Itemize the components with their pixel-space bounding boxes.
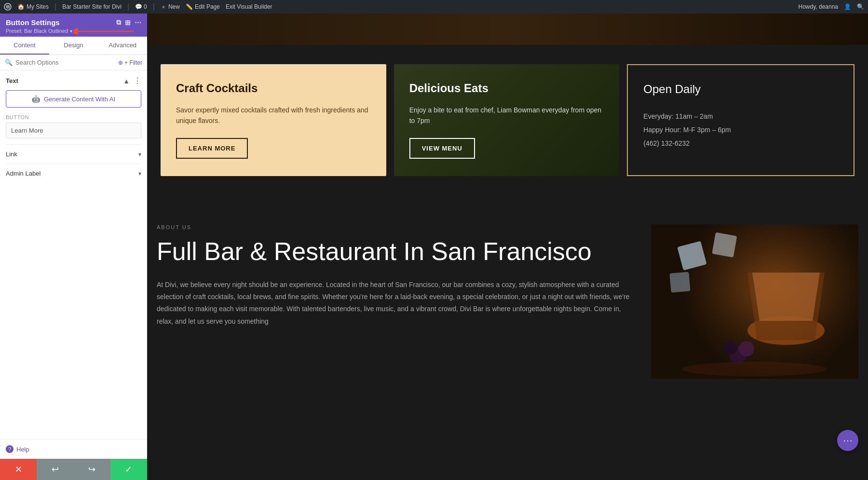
button-field-section: Button: [6, 114, 141, 138]
text-section-menu[interactable]: ⋮: [134, 76, 141, 85]
search-icon[interactable]: 🔍: [857, 3, 864, 10]
eats-card-content: Delicious Eats Enjoy a bite to eat from …: [409, 82, 604, 159]
new-button[interactable]: ＋ New: [161, 3, 180, 11]
hours-2: Happy Hour: M-F 3pm – 6pm: [643, 123, 838, 137]
button-text-input[interactable]: [6, 123, 141, 138]
admin-label-section: Admin Label ▾: [6, 164, 141, 177]
open-daily-card: Open Daily Everyday: 11am – 2am Happy Ho…: [627, 64, 854, 176]
link-section: Link ▾: [6, 144, 141, 158]
bottom-bar: ✕ ↩ ↪ ✓: [0, 459, 147, 480]
open-daily-info: Everyday: 11am – 2am Happy Hour: M-F 3pm…: [643, 110, 838, 150]
admin-label-title: Admin Label: [6, 170, 41, 177]
svg-point-12: [723, 340, 738, 355]
admin-label-header[interactable]: Admin Label ▾: [6, 170, 141, 177]
help-icon: ?: [6, 445, 14, 453]
cocktails-card-text: Savor expertly mixed cocktails crafted w…: [176, 105, 371, 126]
redo-button[interactable]: ↪: [74, 459, 110, 480]
cocktail-image: [651, 224, 858, 379]
search-icon: 🔍: [5, 59, 13, 66]
panel-title-row: Button Settings ⧉ ⊞ ⋯: [6, 18, 141, 27]
save-button[interactable]: ✓: [110, 459, 147, 480]
hours-1: Everyday: 11am – 2am: [643, 110, 838, 123]
comment-icon: 💬: [135, 3, 142, 10]
preset-label[interactable]: Preset: Bar Black Outlined ▾: [6, 28, 141, 34]
filter-icon: ⊕: [118, 59, 123, 66]
redo-icon: ↪: [88, 464, 95, 475]
howdy-label: Howdy, deanna: [799, 3, 839, 10]
admin-label-chevron-icon: ▾: [138, 170, 141, 177]
svg-rect-7: [712, 232, 737, 257]
cards-section: Craft Cocktails Savor expertly mixed coc…: [147, 45, 868, 195]
panel-header: Button Settings ⧉ ⊞ ⋯ Preset: Bar Black …: [0, 14, 147, 37]
phone: (462) 132-6232: [643, 137, 838, 150]
text-section-title: Text: [6, 77, 18, 84]
columns-icon[interactable]: ⊞: [125, 19, 131, 27]
admin-bar: W 🏠 My Sites | Bar Starter Site for Divi…: [0, 0, 868, 14]
sidebar-panel: Button Settings ⧉ ⊞ ⋯ Preset: Bar Black …: [0, 14, 147, 480]
text-section-collapse[interactable]: ▲: [123, 77, 130, 85]
duplicate-icon[interactable]: ⧉: [116, 18, 121, 27]
pencil-icon: ✏️: [186, 3, 193, 10]
site-name[interactable]: Bar Starter Site for Divi: [62, 3, 122, 10]
about-content: ABOUT US Full Bar & Restaurant In San Fr…: [157, 224, 632, 328]
eats-card: Delicious Eats Enjoy a bite to eat from …: [394, 64, 620, 176]
undo-icon: ↩: [52, 464, 59, 475]
text-section-header: Text ▲ ⋮: [6, 76, 141, 85]
filter-button[interactable]: ⊕ + Filter: [118, 59, 142, 66]
panel-title-text: Button Settings: [6, 18, 60, 27]
edit-page-button[interactable]: ✏️ Edit Page: [186, 3, 220, 10]
view-menu-button[interactable]: VIEW MENU: [409, 138, 475, 159]
panel-tabs: Content Design Advanced: [0, 37, 147, 55]
svg-rect-6: [677, 241, 706, 270]
comments-button[interactable]: 💬 0: [135, 3, 147, 10]
svg-point-9: [747, 316, 825, 345]
svg-point-13: [682, 362, 827, 376]
fab-icon: ⋯: [843, 435, 853, 446]
cocktails-card-title: Craft Cocktails: [176, 82, 371, 95]
svg-rect-5: [651, 224, 858, 379]
link-chevron-icon: ▾: [138, 151, 141, 158]
panel-content: Text ▲ ⋮ 🤖 Generate Content With AI Butt…: [0, 70, 147, 439]
save-icon: ✓: [125, 464, 132, 475]
admin-bar-right: Howdy, deanna 👤 🔍: [799, 3, 865, 10]
canvas: Craft Cocktails Savor expertly mixed coc…: [147, 14, 868, 480]
svg-rect-4: [651, 224, 858, 379]
help-section[interactable]: ? Help: [0, 439, 147, 459]
about-label: ABOUT US: [157, 224, 632, 230]
tab-design[interactable]: Design: [49, 37, 98, 55]
wp-logo[interactable]: W: [4, 3, 12, 11]
about-title: Full Bar & Restaurant In San Francisco: [157, 238, 632, 265]
about-section: ABOUT US Full Bar & Restaurant In San Fr…: [147, 195, 868, 398]
user-avatar[interactable]: 👤: [844, 3, 851, 10]
button-field-label: Button: [6, 114, 141, 120]
eats-card-title: Delicious Eats: [409, 82, 604, 95]
link-section-header[interactable]: Link ▾: [6, 151, 141, 158]
link-section-title: Link: [6, 151, 17, 158]
panel-title-icons: ⧉ ⊞ ⋯: [116, 18, 141, 27]
my-sites-menu[interactable]: 🏠 My Sites: [17, 3, 49, 10]
svg-text:W: W: [6, 4, 11, 10]
cancel-icon: ✕: [15, 464, 22, 475]
eats-card-text: Enjoy a bite to eat from chef, Liam Bowm…: [409, 105, 604, 126]
cocktails-card: Craft Cocktails Savor expertly mixed coc…: [161, 64, 386, 176]
about-text: At Divi, we believe every night should b…: [157, 279, 632, 328]
plus-icon: ＋: [161, 3, 166, 11]
fab-button[interactable]: ⋯: [837, 430, 858, 451]
home-icon: 🏠: [17, 3, 25, 10]
cancel-button[interactable]: ✕: [0, 459, 37, 480]
ai-icon: 🤖: [32, 95, 40, 103]
search-bar: 🔍 ⊕ + Filter: [0, 55, 147, 70]
more-icon[interactable]: ⋯: [135, 19, 141, 27]
open-daily-title: Open Daily: [643, 82, 838, 96]
undo-button[interactable]: ↩: [37, 459, 73, 480]
exit-builder-button[interactable]: Exit Visual Builder: [226, 3, 272, 10]
tab-advanced[interactable]: Advanced: [98, 37, 147, 55]
learn-more-button[interactable]: LEARN MORE: [176, 138, 248, 159]
svg-rect-8: [669, 272, 690, 292]
search-input[interactable]: [15, 59, 115, 66]
main-layout: Button Settings ⧉ ⊞ ⋯ Preset: Bar Black …: [0, 14, 868, 480]
preset-arrow-icon: ▾: [70, 28, 72, 34]
about-image: [651, 224, 858, 379]
generate-ai-button[interactable]: 🤖 Generate Content With AI: [6, 90, 141, 108]
tab-content[interactable]: Content: [0, 37, 49, 55]
